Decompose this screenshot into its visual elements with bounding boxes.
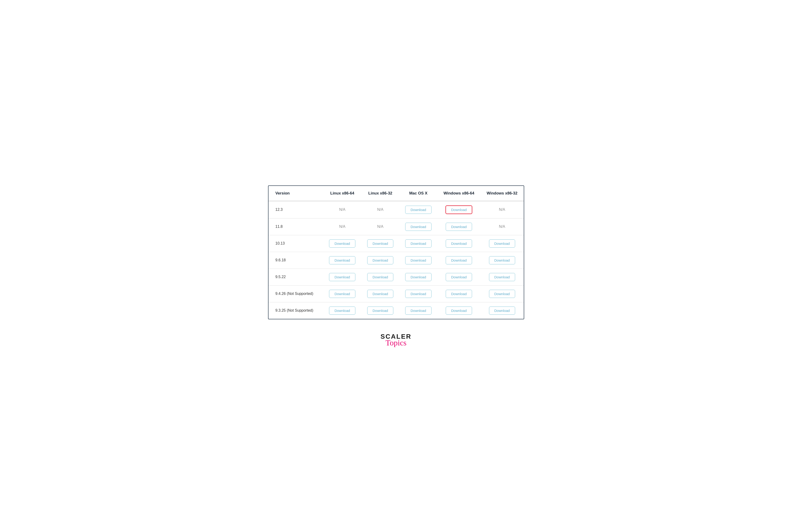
download-button[interactable]: Download [489, 290, 515, 298]
download-button[interactable]: Download [367, 290, 393, 298]
version-cell: 10.13 [269, 235, 324, 252]
download-table: Version Linux x86-64 Linux x86-32 Mac OS… [269, 186, 524, 319]
table-row: 9.5.22DownloadDownloadDownloadDownloadDo… [269, 269, 524, 285]
download-cell: Download [437, 252, 480, 269]
download-button[interactable]: Download [446, 223, 472, 231]
download-cell: Download [437, 302, 480, 319]
download-button[interactable]: Download [329, 273, 355, 281]
download-cell: Download [361, 285, 399, 302]
download-cell: Download [437, 285, 480, 302]
download-cell: Download [437, 235, 480, 252]
download-cell: Download [323, 285, 361, 302]
col-header-linux32: Linux x86-32 [361, 186, 399, 201]
download-button[interactable]: Download [446, 240, 472, 248]
download-cell: Download [480, 285, 523, 302]
download-button[interactable]: Download [405, 206, 431, 214]
table-row: 10.13DownloadDownloadDownloadDownloadDow… [269, 235, 524, 252]
download-cell: Download [361, 302, 399, 319]
download-button[interactable]: Download [405, 306, 431, 315]
table-row: 9.6.18DownloadDownloadDownloadDownloadDo… [269, 252, 524, 269]
na-cell: N/A [361, 218, 399, 235]
version-cell: 12.3 [269, 201, 324, 218]
table-row: 11.8N/AN/ADownloadDownloadN/A [269, 218, 524, 235]
download-button[interactable]: Download [405, 273, 431, 281]
version-cell: 11.8 [269, 218, 324, 235]
download-cell: Download [399, 269, 437, 285]
download-cell: Download [399, 252, 437, 269]
download-cell: Download [323, 269, 361, 285]
download-button[interactable]: Download [329, 306, 355, 315]
download-cell: Download [361, 269, 399, 285]
download-button[interactable]: Download [367, 306, 393, 315]
download-cell: Download [437, 201, 480, 218]
download-table-container: Version Linux x86-64 Linux x86-32 Mac OS… [268, 185, 524, 319]
download-button[interactable]: Download [329, 290, 355, 298]
table-row: 9.4.26 (Not Supported)DownloadDownloadDo… [269, 285, 524, 302]
download-button[interactable]: Download [489, 273, 515, 281]
download-button[interactable]: Download [405, 290, 431, 298]
download-button[interactable]: Download [446, 273, 472, 281]
col-header-version: Version [269, 186, 324, 201]
download-cell: Download [399, 235, 437, 252]
download-button[interactable]: Download [489, 306, 515, 315]
download-cell: Download [399, 285, 437, 302]
table-row: 9.3.25 (Not Supported)DownloadDownloadDo… [269, 302, 524, 319]
download-cell: Download [399, 218, 437, 235]
download-cell: Download [399, 302, 437, 319]
download-cell: Download [480, 235, 523, 252]
download-cell: Download [361, 252, 399, 269]
na-cell: N/A [323, 201, 361, 218]
version-cell: 9.5.22 [269, 269, 324, 285]
download-cell: Download [480, 269, 523, 285]
version-cell: 9.3.25 (Not Supported) [269, 302, 324, 319]
download-cell: Download [399, 201, 437, 218]
download-button[interactable]: Download [446, 290, 472, 298]
col-header-win32: Windows x86-32 [480, 186, 523, 201]
na-cell: N/A [361, 201, 399, 218]
download-cell: Download [323, 302, 361, 319]
download-button[interactable]: Download [445, 206, 472, 214]
download-button[interactable]: Download [446, 306, 472, 315]
page-wrapper: Version Linux x86-64 Linux x86-32 Mac OS… [268, 185, 524, 347]
download-cell: Download [323, 252, 361, 269]
col-header-linux64: Linux x86-64 [323, 186, 361, 201]
na-cell: N/A [480, 218, 523, 235]
download-cell: Download [480, 252, 523, 269]
scaler-logo: SCALER Topics [381, 333, 411, 347]
na-cell: N/A [323, 218, 361, 235]
col-header-win64: Windows x86-64 [437, 186, 480, 201]
download-cell: Download [361, 235, 399, 252]
col-header-macos: Mac OS X [399, 186, 437, 201]
download-cell: Download [437, 218, 480, 235]
table-row: 12.3N/AN/ADownloadDownloadN/A [269, 201, 524, 218]
download-button[interactable]: Download [329, 256, 355, 264]
download-button[interactable]: Download [446, 256, 472, 264]
version-cell: 9.4.26 (Not Supported) [269, 285, 324, 302]
na-cell: N/A [480, 201, 523, 218]
download-button[interactable]: Download [405, 240, 431, 248]
logo-topics-text: Topics [385, 339, 406, 347]
download-button[interactable]: Download [405, 256, 431, 264]
download-button[interactable]: Download [405, 223, 431, 231]
download-cell: Download [480, 302, 523, 319]
download-button[interactable]: Download [489, 256, 515, 264]
version-cell: 9.6.18 [269, 252, 324, 269]
download-cell: Download [437, 269, 480, 285]
download-button[interactable]: Download [367, 256, 393, 264]
download-button[interactable]: Download [367, 273, 393, 281]
download-button[interactable]: Download [367, 240, 393, 248]
table-header-row: Version Linux x86-64 Linux x86-32 Mac OS… [269, 186, 524, 201]
download-button[interactable]: Download [489, 240, 515, 248]
download-button[interactable]: Download [329, 240, 355, 248]
download-cell: Download [323, 235, 361, 252]
